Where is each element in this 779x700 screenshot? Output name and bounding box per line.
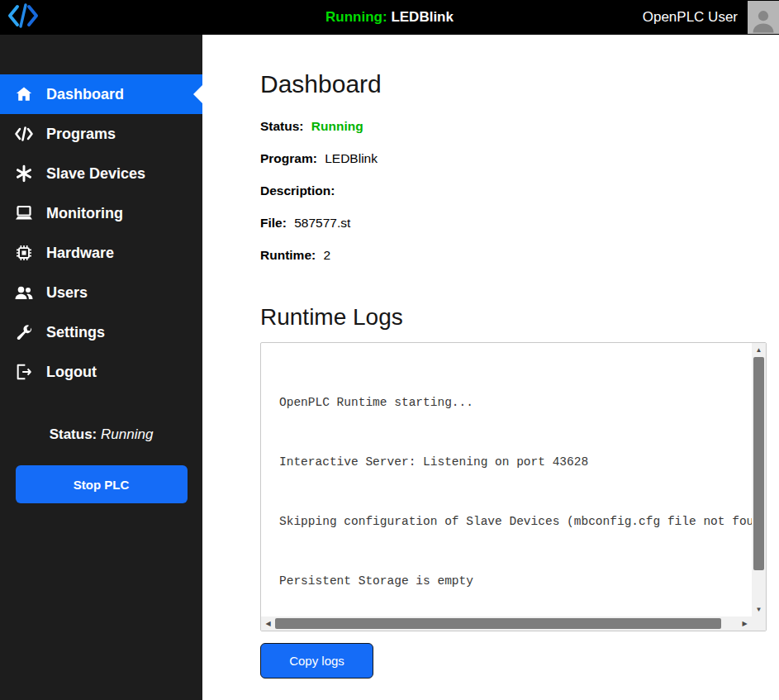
user-name: OpenPLC User [643,9,738,26]
sidebar-item-programs[interactable]: Programs [0,114,202,154]
copy-logs-button[interactable]: Copy logs [260,643,373,679]
vertical-scrollbar-thumb[interactable] [753,357,764,570]
sidebar-item-users[interactable]: Users [0,273,202,312]
sidebar-status-value: Running [101,426,153,442]
scrollbar-corner [752,617,766,631]
sidebar-status: Status: Running [0,426,202,443]
description-field-label: Description: [260,183,335,198]
chip-icon [12,244,35,262]
runtime-log-viewer: OpenPLC Runtime starting... Interactive … [260,342,767,631]
log-content: OpenPLC Runtime starting... Interactive … [261,343,752,617]
stop-plc-button[interactable]: Stop PLC [16,465,188,503]
log-line: Persistent Storage is empty [279,571,752,591]
scroll-right-arrow-icon[interactable]: ▶ [738,617,752,631]
sidebar-item-label: Settings [46,324,105,341]
asterisk-icon [12,164,35,183]
home-icon [12,85,35,103]
topbar: Running: LEDBlink OpenPLC User [0,0,779,35]
status-field-value: Running [311,119,363,133]
runtime-field-label: Runtime: [260,248,316,262]
code-brackets-icon [6,2,40,33]
log-line: Skipping configuration of Slave Devices … [279,512,752,531]
sidebar-item-label: Slave Devices [46,165,145,183]
scroll-down-arrow-icon[interactable]: ▼ [752,602,766,617]
horizontal-scrollbar-thumb[interactable] [275,618,721,629]
user-avatar [748,1,779,34]
code-icon [12,126,35,142]
runtime-logs-title: Runtime Logs [260,304,779,331]
file-field-value: 587577.st [294,216,350,230]
sidebar-item-slave-devices[interactable]: Slave Devices [0,154,202,193]
status-field-label: Status: [260,119,304,133]
openplc-logo[interactable] [4,2,42,32]
vertical-scrollbar[interactable]: ▲ ▼ [752,343,766,617]
program-field: Program: LEDBlink [260,151,779,166]
file-field-label: File: [260,216,287,230]
sidebar-item-hardware[interactable]: Hardware [0,233,202,273]
main-content: Dashboard Status: Running Program: LEDBl… [202,35,779,700]
log-line: Interactive Server: Listening on port 43… [279,452,752,472]
sidebar-item-label: Monitoring [46,205,123,222]
user-menu[interactable]: OpenPLC User [643,0,779,35]
logout-icon [12,363,35,381]
sidebar-item-dashboard[interactable]: Dashboard [0,74,202,114]
runtime-program-name: LEDBlink [391,9,454,25]
runtime-status-label: Running: [325,9,387,25]
dashboard-fields: Status: Running Program: LEDBlink Descri… [260,119,779,263]
program-field-label: Program: [260,151,317,165]
sidebar-item-monitoring[interactable]: Monitoring [0,193,202,233]
sidebar-item-label: Hardware [46,245,114,262]
description-field: Description: [260,183,779,198]
program-field-value: LEDBlink [325,151,378,165]
sidebar-item-logout[interactable]: Logout [0,352,202,392]
sidebar-nav: Dashboard Programs Slave Devices [0,35,202,392]
scroll-left-arrow-icon[interactable]: ◀ [261,617,275,631]
users-icon [12,284,35,301]
runtime-field: Runtime: 2 [260,248,779,263]
sidebar-item-label: Dashboard [46,86,124,103]
runtime-field-value: 2 [323,248,330,262]
page-title: Dashboard [260,70,779,98]
horizontal-scrollbar[interactable]: ◀ ▶ [261,617,752,631]
runtime-status-indicator: Running: LEDBlink [325,9,454,26]
sidebar-item-label: Logout [46,364,97,381]
log-line: OpenPLC Runtime starting... [279,393,752,412]
status-field: Status: Running [260,119,779,134]
file-field: File: 587577.st [260,216,779,231]
sidebar-item-label: Programs [46,126,116,143]
wrench-icon [12,323,35,341]
sidebar: Dashboard Programs Slave Devices [0,35,202,700]
scroll-up-arrow-icon[interactable]: ▲ [752,343,766,357]
monitor-icon [12,204,35,222]
sidebar-item-label: Users [46,284,88,302]
sidebar-item-settings[interactable]: Settings [0,312,202,352]
sidebar-status-label: Status: [50,426,97,442]
